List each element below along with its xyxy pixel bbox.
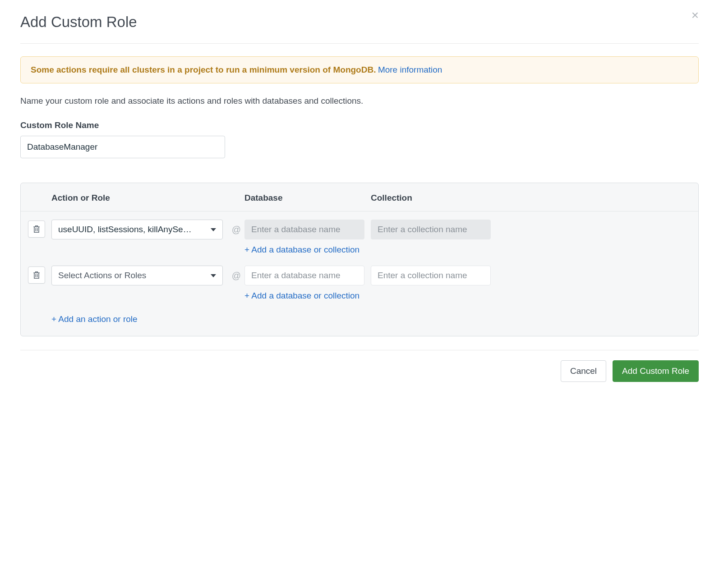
modal-title: Add Custom Role — [20, 14, 699, 31]
table-row: useUUID, listSessions, killAnySe… @ — [21, 211, 698, 239]
header-database: Database — [244, 193, 371, 203]
at-symbol: @ — [232, 225, 241, 234]
header-action: Action or Role — [51, 193, 228, 203]
add-custom-role-modal: × Add Custom Role Some actions require a… — [20, 14, 699, 382]
description-text: Name your custom role and associate its … — [20, 96, 699, 106]
role-name-label: Custom Role Name — [20, 120, 699, 130]
table-row: Select Actions or Roles @ — [21, 257, 698, 285]
action-select-value: useUUID, listSessions, killAnySe… — [58, 225, 192, 234]
action-select[interactable]: Select Actions or Roles — [51, 266, 223, 285]
close-icon[interactable]: × — [691, 9, 699, 22]
trash-icon — [33, 271, 40, 279]
modal-footer: Cancel Add Custom Role — [20, 350, 699, 382]
delete-row-button[interactable] — [28, 220, 45, 238]
database-input — [244, 220, 364, 239]
chevron-down-icon — [211, 274, 216, 277]
at-symbol: @ — [232, 271, 241, 280]
header-collection: Collection — [371, 193, 497, 203]
add-action-role-link[interactable]: + Add an action or role — [51, 314, 138, 324]
alert-banner: Some actions require all clusters in a p… — [20, 56, 699, 83]
add-db-collection-link[interactable]: + Add a database or collection — [244, 291, 360, 301]
alert-text: Some actions require all clusters in a p… — [31, 65, 376, 74]
delete-row-button[interactable] — [28, 266, 45, 284]
divider — [20, 43, 699, 44]
permissions-table: Action or Role Database Collection useUU… — [20, 183, 699, 336]
action-select-placeholder: Select Actions or Roles — [58, 271, 146, 280]
trash-icon — [33, 225, 40, 233]
collection-input[interactable] — [371, 266, 491, 285]
add-db-collection-link[interactable]: + Add a database or collection — [244, 245, 360, 255]
database-input[interactable] — [244, 266, 364, 285]
alert-more-info-link[interactable]: More information — [378, 65, 442, 74]
role-name-input[interactable] — [20, 136, 225, 158]
chevron-down-icon — [211, 228, 216, 231]
collection-input — [371, 220, 491, 239]
table-header: Action or Role Database Collection — [21, 183, 698, 211]
cancel-button[interactable]: Cancel — [561, 360, 606, 382]
action-select[interactable]: useUUID, listSessions, killAnySe… — [51, 220, 223, 239]
add-custom-role-button[interactable]: Add Custom Role — [613, 360, 699, 382]
